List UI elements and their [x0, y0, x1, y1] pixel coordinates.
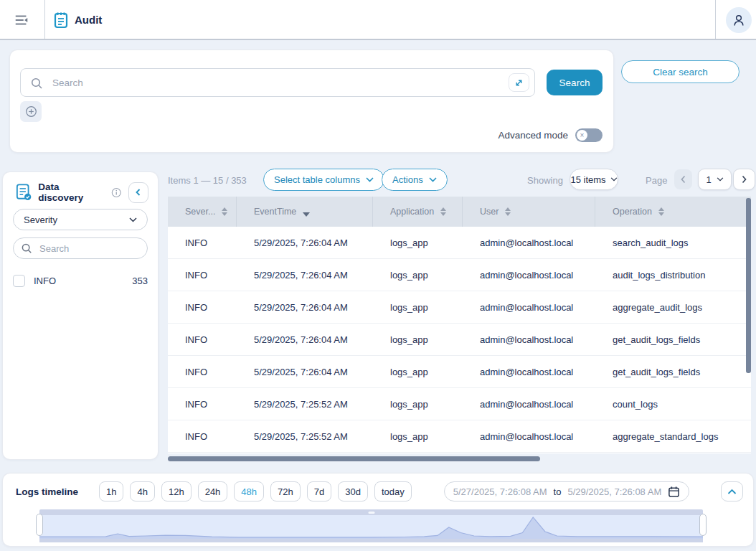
sort-descending-icon[interactable] [303, 212, 310, 217]
sort-icon[interactable] [658, 207, 664, 216]
search-input[interactable] [51, 70, 496, 95]
advanced-mode-toggle[interactable]: × [575, 128, 603, 142]
table-row[interactable]: INFO5/29/2025, 7:25:52 AMlogs_appadmin@l… [168, 388, 751, 420]
user-avatar[interactable] [726, 7, 752, 33]
range-button-72h[interactable]: 72h [270, 481, 301, 501]
timeline-area-chart [39, 515, 703, 539]
toggle-knob-x-icon: × [577, 130, 587, 141]
table-cell: logs_app [373, 227, 463, 258]
range-buttons: 1h4h12h24h48h72h7d30dtoday [99, 481, 418, 501]
facet-row[interactable]: INFO353 [13, 268, 148, 293]
timeline-brush [39, 509, 703, 542]
table-row[interactable]: INFO5/29/2025, 7:26:04 AMlogs_appadmin@l… [168, 227, 751, 259]
chevron-left-icon [680, 175, 686, 184]
vertical-scrollbar[interactable] [746, 198, 751, 373]
brush-handle-right[interactable] [699, 514, 707, 536]
table-cell: search_audit_logs [595, 227, 751, 258]
column-header-application[interactable]: Application [373, 197, 463, 227]
table-cell: logs_app [373, 324, 463, 355]
table-cell: logs_app [373, 259, 463, 291]
timeline-controls-row: Logs timeline 1h4h12h24h48h72h7d30dtoday… [16, 481, 743, 501]
actions-label: Actions [392, 174, 423, 185]
page-size-select[interactable]: 15 items [570, 169, 618, 190]
table-row[interactable]: INFO5/29/2025, 7:26:04 AMlogs_appadmin@l… [168, 259, 751, 291]
range-button-4h[interactable]: 4h [130, 481, 154, 501]
facet-search-input[interactable] [38, 242, 124, 255]
audit-clipboard-icon [53, 11, 69, 32]
sort-icon[interactable] [440, 207, 446, 216]
table-row[interactable]: INFO5/29/2025, 7:25:52 AMlogs_appadmin@l… [168, 420, 751, 453]
table-cell: INFO [168, 291, 237, 323]
range-button-48h[interactable]: 48h [234, 481, 264, 501]
chevron-down-icon [429, 177, 437, 182]
range-button-7d[interactable]: 7d [307, 481, 331, 501]
range-button-12h[interactable]: 12h [161, 481, 192, 501]
column-label: Operation [613, 207, 652, 217]
sparkline-fill [39, 517, 703, 539]
chevron-down-icon [717, 177, 724, 182]
table-cell: 5/29/2025, 7:25:52 AM [237, 420, 373, 452]
actions-button[interactable]: Actions [382, 169, 448, 191]
search-button[interactable]: Search [547, 70, 603, 95]
column-header-eventtime[interactable]: EventTime [237, 197, 373, 227]
brush-track-top[interactable] [39, 509, 703, 515]
table-cell: INFO [168, 227, 237, 258]
table-cell: logs_app [373, 388, 463, 420]
table-cell: INFO [168, 388, 237, 420]
sort-icon[interactable] [505, 207, 511, 216]
collapse-timeline-button[interactable] [721, 481, 743, 501]
facet-count: 353 [132, 276, 148, 286]
date-to-label: to [554, 486, 562, 497]
app-root: Audit [0, 0, 756, 551]
column-label: Application [390, 207, 434, 217]
range-button-24h[interactable]: 24h [198, 481, 228, 501]
horizontal-scrollbar[interactable] [168, 456, 540, 461]
date-from-value: 5/27/2025, 7:26:08 AM [453, 486, 547, 497]
chevron-down-icon [366, 177, 374, 182]
date-to-value: 5/29/2025, 7:26:08 AM [567, 486, 661, 497]
facet-checkbox[interactable] [13, 275, 25, 287]
field-select[interactable]: Severity [13, 209, 148, 230]
table-row[interactable]: INFO5/29/2025, 7:26:04 AMlogs_appadmin@l… [168, 291, 751, 324]
add-filter-button[interactable] [20, 101, 42, 122]
column-header-sever[interactable]: Sever... [168, 197, 237, 227]
brush-selection[interactable] [39, 515, 703, 539]
sidebar-toggle-button[interactable] [9, 9, 34, 31]
data-discovery-title: Data discovery [38, 182, 105, 203]
clear-search-button[interactable]: Clear search [621, 60, 740, 83]
previous-page-button[interactable] [674, 169, 692, 189]
table-cell: INFO [168, 324, 237, 355]
table-cell: INFO [168, 356, 237, 387]
facet-list: INFO353 [13, 268, 148, 293]
table-cell: aggregate_standard_logs [595, 420, 751, 452]
range-button-1h[interactable]: 1h [99, 481, 123, 501]
chevron-down-icon [610, 177, 618, 182]
table-cell: admin@localhost.local [463, 259, 595, 291]
page-number-select[interactable]: 1 [698, 169, 732, 190]
table-cell: 5/29/2025, 7:26:04 AM [237, 227, 373, 258]
table-row[interactable]: INFO5/29/2025, 7:26:04 AMlogs_appadmin@l… [168, 324, 751, 356]
table-row[interactable]: INFO5/29/2025, 7:26:04 AMlogs_appadmin@l… [168, 356, 751, 388]
table-cell: get_audit_logs_fields [595, 356, 751, 387]
sort-icon[interactable] [222, 207, 227, 216]
table-cell: get_audit_logs_fields [595, 324, 751, 355]
collapse-panel-button[interactable] [128, 182, 148, 203]
table-cell: aggregate_audit_logs [595, 291, 751, 323]
table-cell: admin@localhost.local [463, 420, 595, 452]
column-header-user[interactable]: User [463, 197, 595, 227]
brush-handle-left[interactable] [36, 514, 43, 536]
next-page-button[interactable] [733, 169, 755, 190]
table-cell: count_logs [595, 388, 751, 420]
column-header-operation[interactable]: Operation [595, 197, 751, 227]
user-icon [732, 13, 746, 27]
top-bar: Audit [0, 0, 756, 40]
table-cell: admin@localhost.local [463, 291, 595, 323]
range-button-30d[interactable]: 30d [338, 481, 368, 501]
info-icon[interactable] [111, 187, 121, 198]
range-button-today[interactable]: today [374, 481, 412, 501]
table-cell: 5/29/2025, 7:26:04 AM [237, 291, 373, 323]
expand-search-button[interactable] [509, 73, 529, 92]
table-cell: logs_app [373, 356, 463, 387]
date-range-picker[interactable]: 5/27/2025, 7:26:08 AM to 5/29/2025, 7:26… [444, 481, 690, 501]
select-table-columns-button[interactable]: Select table columns [263, 169, 384, 191]
